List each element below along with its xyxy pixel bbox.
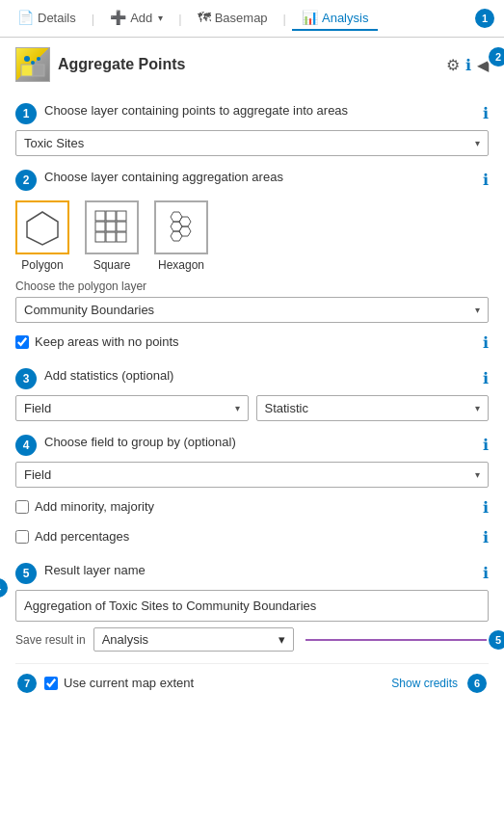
step2-layer-value: Community Boundaries bbox=[24, 303, 154, 317]
step4-header: 4 Choose field to group by (optional) ℹ bbox=[15, 435, 489, 456]
svg-marker-19 bbox=[171, 231, 182, 241]
step4-label: Choose field to group by (optional) bbox=[44, 435, 475, 449]
step5-label: Result layer name bbox=[44, 563, 475, 577]
nav-divider-2: | bbox=[176, 12, 183, 26]
step2-header: 2 Choose layer containing aggregation ar… bbox=[15, 170, 489, 191]
map-extent-checkbox[interactable] bbox=[44, 677, 58, 690]
save-result-arrow: ▾ bbox=[279, 632, 285, 647]
polygon-box[interactable] bbox=[15, 200, 69, 254]
step1-info[interactable]: ℹ bbox=[483, 104, 489, 122]
left-badge-7[interactable]: 7 bbox=[15, 672, 39, 695]
step1-label: Choose layer containing points to aggreg… bbox=[44, 103, 475, 118]
step1-layer-dropdown[interactable]: Toxic Sites ▾ bbox=[15, 130, 489, 156]
polygon-option[interactable]: Polygon bbox=[15, 200, 69, 272]
analysis-icon: 📊 bbox=[302, 10, 318, 25]
step4-dropdown-arrow: ▾ bbox=[475, 469, 480, 480]
step2-info[interactable]: ℹ bbox=[483, 171, 489, 189]
header-badge-2[interactable]: 2 bbox=[487, 45, 504, 68]
step1-header: 1 Choose layer containing points to aggr… bbox=[15, 103, 489, 124]
gear-icon[interactable]: ⚙ bbox=[446, 56, 460, 74]
square-box[interactable] bbox=[85, 200, 139, 254]
percentages-checkbox[interactable] bbox=[15, 530, 29, 544]
polygon-label: Polygon bbox=[21, 258, 63, 272]
svg-rect-6 bbox=[95, 211, 105, 221]
hexagon-box[interactable] bbox=[154, 200, 208, 254]
percentages-row: Add percentages ℹ bbox=[15, 523, 489, 549]
percentages-info[interactable]: ℹ bbox=[483, 528, 489, 546]
right-badge-6[interactable]: 6 bbox=[465, 672, 489, 695]
keep-areas-info[interactable]: ℹ bbox=[483, 333, 489, 352]
minority-label[interactable]: Add minority, majority bbox=[35, 499, 154, 514]
step1-badge: 1 bbox=[15, 103, 37, 124]
svg-point-4 bbox=[31, 61, 35, 65]
polygon-svg bbox=[23, 208, 62, 247]
step2-layer-dropdown[interactable]: Community Boundaries ▾ bbox=[15, 297, 489, 323]
minority-checkbox[interactable] bbox=[15, 500, 29, 514]
save-result-row: Save result in Analysis ▾ 5 bbox=[15, 627, 489, 652]
step3-statistic-dropdown[interactable]: Statistic ▾ bbox=[256, 395, 490, 421]
step1-dropdown-arrow: ▾ bbox=[475, 138, 480, 148]
main-content: Aggregate Points ⚙ ℹ ◀ 2 1 Choose layer … bbox=[0, 38, 504, 711]
step2-label: Choose layer containing aggregation area… bbox=[44, 170, 475, 184]
panel-header-actions: ⚙ ℹ ◀ bbox=[446, 56, 489, 74]
bottom-bar-left: 7 Use current map extent bbox=[15, 670, 194, 696]
nav-basemap[interactable]: 🗺 Basemap bbox=[188, 6, 278, 31]
panel-header: Aggregate Points ⚙ ℹ ◀ 2 bbox=[15, 38, 489, 90]
result-name-box[interactable]: Aggregation of Toxic Sites to Community … bbox=[15, 590, 489, 622]
step3-field-dropdown[interactable]: Field ▾ bbox=[15, 395, 249, 421]
step4-field-dropdown[interactable]: Field ▾ bbox=[15, 462, 489, 488]
step4-info[interactable]: ℹ bbox=[483, 436, 489, 454]
percentages-label[interactable]: Add percentages bbox=[35, 529, 129, 544]
show-credits-link[interactable]: Show credits bbox=[391, 677, 458, 690]
percentages-checkbox-row: Add percentages bbox=[15, 529, 129, 544]
panel-header-icon bbox=[15, 47, 50, 82]
nav-details[interactable]: 📄 Details bbox=[8, 6, 86, 31]
step3-statistic-arrow: ▾ bbox=[475, 403, 480, 413]
square-svg bbox=[93, 208, 131, 247]
nav-divider-3: | bbox=[281, 12, 288, 26]
step5-info[interactable]: ℹ bbox=[483, 564, 489, 582]
minority-info[interactable]: ℹ bbox=[483, 498, 489, 517]
bottom-bar: 7 Use current map extent Show credits 6 bbox=[15, 663, 489, 696]
add-label: Add bbox=[130, 11, 152, 25]
map-extent-row: Use current map extent bbox=[44, 676, 194, 690]
nav-badge-1[interactable]: 1 bbox=[473, 7, 496, 30]
map-extent-label[interactable]: Use current map extent bbox=[64, 676, 194, 690]
square-option[interactable]: Square bbox=[85, 200, 139, 272]
step3-dropdown-row: Field ▾ Statistic ▾ bbox=[15, 395, 489, 421]
svg-point-2 bbox=[24, 56, 30, 62]
step3-field-value: Field bbox=[24, 401, 51, 415]
svg-rect-12 bbox=[95, 232, 105, 242]
shape-options: Polygon Square bbox=[15, 200, 489, 272]
purple-line bbox=[305, 639, 489, 641]
step3-field-arrow: ▾ bbox=[235, 403, 240, 413]
step1-layer-value: Toxic Sites bbox=[24, 136, 84, 150]
step3-info[interactable]: ℹ bbox=[483, 369, 489, 387]
basemap-icon: 🗺 bbox=[198, 10, 211, 25]
nav-add[interactable]: ➕ Add ▾ bbox=[100, 6, 172, 31]
step5-header: 5 Result layer name ℹ bbox=[15, 563, 489, 584]
hexagon-option[interactable]: Hexagon bbox=[154, 200, 208, 272]
svg-marker-5 bbox=[27, 212, 58, 245]
bottom-right: Show credits 6 bbox=[391, 672, 489, 695]
checkbox-keep-row: Keep areas with no points ℹ bbox=[15, 329, 489, 355]
step2-dropdown-arrow: ▾ bbox=[475, 305, 480, 315]
step5-badge: 5 bbox=[15, 563, 37, 584]
left-badge-4[interactable]: 4 bbox=[0, 576, 10, 599]
svg-rect-0 bbox=[21, 65, 33, 76]
keep-areas-checkbox-row: Keep areas with no points bbox=[15, 334, 179, 349]
hexagon-svg bbox=[162, 208, 200, 247]
right-badge-5[interactable]: 5 bbox=[487, 628, 504, 652]
svg-rect-10 bbox=[106, 222, 116, 231]
step3-statistic-value: Statistic bbox=[265, 401, 309, 415]
nav-analysis[interactable]: 📊 Analysis bbox=[292, 6, 378, 31]
svg-rect-9 bbox=[95, 222, 105, 231]
nav-divider-1: | bbox=[90, 12, 96, 26]
step2-badge: 2 bbox=[15, 170, 37, 191]
save-result-dropdown[interactable]: Analysis ▾ bbox=[93, 627, 294, 652]
header-info-icon[interactable]: ℹ bbox=[465, 56, 471, 74]
keep-areas-checkbox[interactable] bbox=[15, 335, 29, 349]
minority-row: Add minority, majority ℹ bbox=[15, 493, 489, 519]
keep-areas-label[interactable]: Keep areas with no points bbox=[35, 334, 179, 349]
step1-dropdown-row: Toxic Sites ▾ bbox=[15, 130, 489, 156]
